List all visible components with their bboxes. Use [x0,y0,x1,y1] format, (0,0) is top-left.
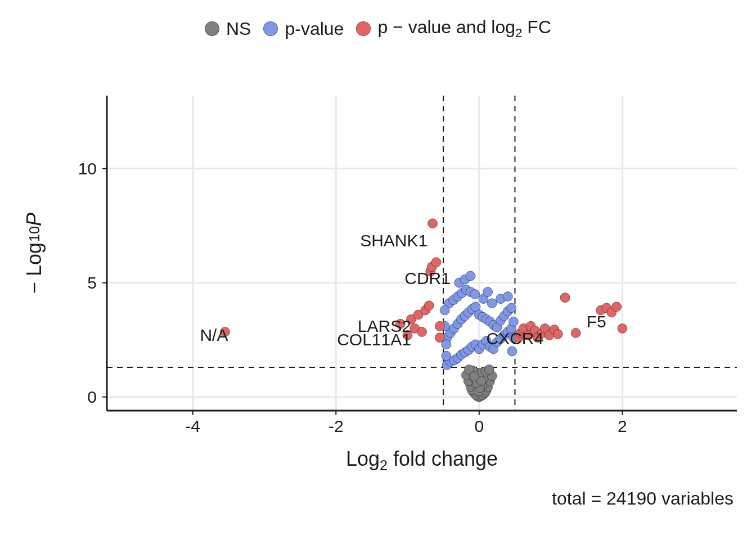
svg-point-114 [435,321,444,331]
svg-point-91 [466,271,475,281]
svg-text:CXCR4: CXCR4 [487,329,544,348]
svg-point-113 [435,333,444,343]
svg-text:-4: -4 [185,417,200,435]
svg-point-106 [417,327,427,337]
svg-point-88 [503,292,512,302]
svg-text:-2: -2 [328,417,344,435]
svg-point-132 [612,302,622,312]
svg-text:10: 10 [78,159,97,178]
svg-point-126 [553,330,562,339]
svg-point-34 [484,364,494,374]
svg-text:5: 5 [87,273,97,292]
legend-swatch-sig [356,21,371,36]
svg-point-108 [424,301,434,310]
svg-point-97 [507,346,517,356]
svg-text:SHANK1: SHANK1 [360,231,428,250]
svg-point-111 [431,258,441,267]
legend: NS p-value p − value and log2 FC [0,17,756,40]
legend-swatch-ns [205,21,219,36]
svg-point-133 [618,323,627,333]
svg-point-86 [487,299,497,308]
svg-point-96 [440,305,449,315]
svg-point-77 [507,303,516,313]
legend-item-sig: p − value and log2 FC [356,17,551,40]
svg-text:COL11A1: COL11A1 [337,330,411,349]
total-variables-caption: total = 24190 variables [552,488,734,509]
legend-label-pval: p-value [285,19,344,39]
legend-item-pval: p-value [263,19,344,39]
svg-point-112 [428,219,438,228]
svg-point-39 [469,372,479,381]
svg-text:0: 0 [474,417,484,435]
svg-point-92 [483,287,493,296]
plot-svg: SHANK1CDR1LARS2COL11A1CXCR4F5N/A-4-20205… [107,96,737,411]
legend-label-sig: p − value and log2 FC [377,17,551,40]
legend-swatch-pval [263,21,278,36]
legend-label-ns: NS [226,19,251,39]
svg-point-99 [508,317,518,326]
svg-point-93 [442,351,451,361]
x-axis-label: Log2 fold change [107,447,737,474]
svg-point-128 [571,328,580,338]
svg-text:N/A: N/A [200,326,228,344]
svg-point-127 [560,293,570,303]
volcano-plot: NS p-value p − value and log2 FC SHANK1C… [0,0,756,540]
svg-text:CDR1: CDR1 [404,269,451,287]
y-axis-label: − Log10 P [22,96,46,411]
svg-text:0: 0 [87,388,97,406]
svg-point-84 [470,290,480,299]
legend-item-ns: NS [205,19,251,39]
svg-text:F5: F5 [587,312,606,331]
svg-text:2: 2 [618,417,627,435]
plot-area: SHANK1CDR1LARS2COL11A1CXCR4F5N/A-4-20205… [107,96,737,411]
